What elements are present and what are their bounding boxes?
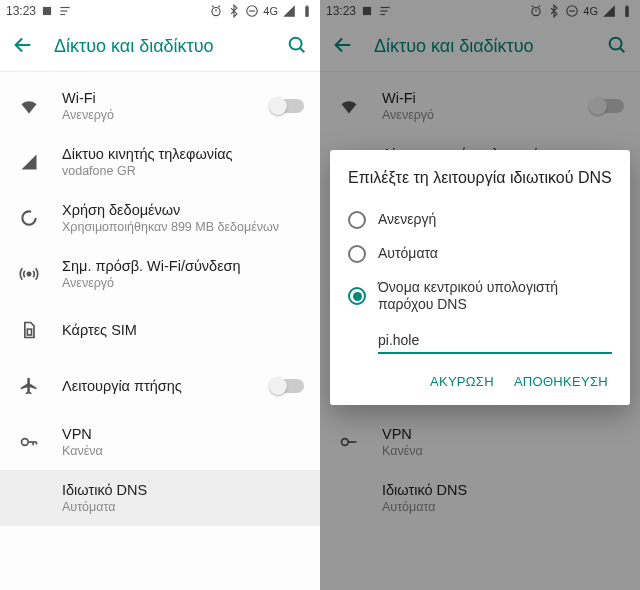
back-icon[interactable]	[12, 34, 34, 60]
row-title: Κάρτες SIM	[62, 322, 304, 338]
row-subtitle: Κανένα	[62, 444, 304, 458]
private-dns-dialog: Επιλέξτε τη λειτουργία ιδιωτικού DNS Ανε…	[330, 150, 630, 405]
row-private-dns[interactable]: Ιδιωτικό DNS Αυτόματα	[0, 470, 320, 526]
app-bar: Δίκτυο και διαδίκτυο	[0, 22, 320, 72]
bluetooth-icon	[227, 4, 241, 18]
row-vpn[interactable]: VPN Κανένα	[0, 414, 320, 470]
svg-rect-17	[27, 329, 31, 335]
row-title: VPN	[62, 426, 304, 442]
row-data-usage[interactable]: Χρήση δεδομένων Χρησιμοποιήθηκαν 899 MB …	[0, 190, 320, 246]
radio-icon	[348, 245, 366, 263]
svg-line-14	[300, 47, 304, 51]
radio-option-off[interactable]: Ανενεργή	[348, 203, 612, 237]
dns-hostname-input[interactable]	[378, 328, 612, 354]
screen-network-settings: 13:23 4G Δίκτυο και διαδίκτυο Wi-Fi Ανεν…	[0, 0, 320, 590]
wifi-toggle[interactable]	[270, 99, 304, 113]
network-type: 4G	[263, 5, 278, 17]
save-button[interactable]: ΑΠΟΘΗΚΕΥΣΗ	[514, 374, 608, 389]
battery-icon	[300, 4, 314, 18]
svg-rect-0	[43, 7, 51, 15]
screen-private-dns-dialog: 13:23 4G Δίκτυο και διαδίκτυο Wi-Fi Ανεν…	[320, 0, 640, 590]
radio-option-automatic[interactable]: Αυτόματα	[348, 237, 612, 271]
signal-icon	[282, 4, 296, 18]
cellular-icon	[18, 152, 40, 172]
row-title: Ιδιωτικό DNS	[62, 482, 304, 498]
row-title: Σημ. πρόσβ. Wi-Fi/σύνδεση	[62, 258, 304, 274]
data-usage-icon	[18, 208, 40, 228]
screenshot-icon	[40, 4, 54, 18]
radio-label: Ανενεργή	[378, 211, 612, 229]
row-title: Δίκτυο κινητής τηλεφωνίας	[62, 146, 304, 162]
wifi-icon	[18, 96, 40, 116]
svg-point-18	[22, 439, 29, 446]
row-sim-cards[interactable]: Κάρτες SIM	[0, 302, 320, 358]
dialog-actions: ΑΚΥΡΩΣΗ ΑΠΟΘΗΚΕΥΣΗ	[348, 358, 612, 395]
alarm-icon	[209, 4, 223, 18]
radio-icon	[348, 211, 366, 229]
svg-point-16	[27, 272, 30, 275]
vpn-key-icon	[18, 432, 40, 452]
radio-option-hostname[interactable]: Όνομα κεντρικού υπολογιστή παρόχου DNS	[348, 271, 612, 322]
svg-point-15	[22, 211, 35, 224]
row-mobile-network[interactable]: Δίκτυο κινητής τηλεφωνίας vodafone GR	[0, 134, 320, 190]
cancel-button[interactable]: ΑΚΥΡΩΣΗ	[430, 374, 494, 389]
row-subtitle: vodafone GR	[62, 164, 304, 178]
search-icon[interactable]	[286, 34, 308, 60]
airplane-icon	[18, 376, 40, 396]
text-icon	[58, 4, 72, 18]
svg-rect-10	[305, 6, 309, 16]
row-title: Λειτουργία πτήσης	[62, 378, 248, 394]
radio-label: Αυτόματα	[378, 245, 612, 263]
airplane-toggle[interactable]	[270, 379, 304, 393]
svg-point-13	[290, 37, 302, 49]
radio-icon	[348, 287, 366, 305]
row-airplane-mode[interactable]: Λειτουργία πτήσης	[0, 358, 320, 414]
status-bar: 13:23 4G	[0, 0, 320, 22]
page-title: Δίκτυο και διαδίκτυο	[54, 36, 266, 57]
settings-list: Wi-Fi Ανενεργό Δίκτυο κινητής τηλεφωνίας…	[0, 72, 320, 526]
row-subtitle: Ανενεργό	[62, 108, 248, 122]
radio-label: Όνομα κεντρικού υπολογιστή παρόχου DNS	[378, 279, 612, 314]
row-hotspot[interactable]: Σημ. πρόσβ. Wi-Fi/σύνδεση Ανενεργό	[0, 246, 320, 302]
svg-point-4	[212, 8, 220, 16]
svg-line-7	[219, 6, 221, 7]
dialog-title: Επιλέξτε τη λειτουργία ιδιωτικού DNS	[348, 168, 612, 189]
svg-rect-11	[306, 5, 307, 6]
hotspot-icon	[18, 264, 40, 284]
svg-line-6	[212, 6, 214, 7]
sim-icon	[18, 320, 40, 340]
row-title: Wi-Fi	[62, 90, 248, 106]
row-subtitle: Αυτόματα	[62, 500, 304, 514]
row-subtitle: Ανενεργό	[62, 276, 304, 290]
status-time: 13:23	[6, 4, 36, 18]
dnd-icon	[245, 4, 259, 18]
row-subtitle: Χρησιμοποιήθηκαν 899 MB δεδομένων	[62, 220, 304, 234]
row-title: Χρήση δεδομένων	[62, 202, 304, 218]
row-wifi[interactable]: Wi-Fi Ανενεργό	[0, 78, 320, 134]
